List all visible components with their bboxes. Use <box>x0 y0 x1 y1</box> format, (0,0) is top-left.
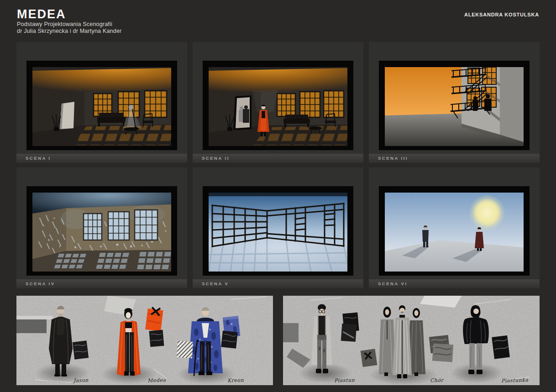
figure-chorus <box>379 305 425 378</box>
fabric-swatch-gray-2 <box>432 344 454 362</box>
scene-card-4: SCENA IV <box>16 167 187 288</box>
costume-panel-left: Jason Medea Kreon <box>16 296 273 385</box>
fabric-swatch-marked <box>361 349 378 367</box>
scene-4-art <box>32 193 171 272</box>
course-subtitle: Podstawy Projektowania Scenografii <box>17 21 121 28</box>
page-title: MEDEA <box>17 7 121 21</box>
window-light-floor <box>73 125 171 145</box>
costume-label-piastun: Piastun <box>334 377 355 384</box>
scene-caption-5: SCENA V <box>193 279 363 288</box>
scene-5-art <box>209 193 347 272</box>
scene-caption-3: SCENA III <box>369 154 540 163</box>
scene-caption-2: SCENA II <box>193 154 363 163</box>
costume-label-jason: Jason <box>73 377 89 383</box>
fabric-swatch-black-jason <box>73 340 89 359</box>
author-name: ALEKSANDRA KOSTULSKA <box>464 12 539 17</box>
fabric-swatch-black-kreon <box>221 330 238 348</box>
scene-card-1: SCENA I <box>16 42 187 163</box>
costume-label-piastunka: Piastunka <box>501 377 529 384</box>
presentation-board: MEDEA Podstawy Projektowania Scenografii… <box>0 0 556 392</box>
costume-panels: Jason Medea Kreon <box>16 296 540 385</box>
costume-label-kreon: Kreon <box>227 377 244 383</box>
costume-panel-right: Piastun Chór Piastunka <box>283 296 540 385</box>
scene-caption-1: SCENA I <box>16 154 187 163</box>
scene-label: SCENA III <box>378 156 408 161</box>
scene-6-art <box>385 193 524 272</box>
fabric-swatch-striped <box>177 341 193 358</box>
lecturers-line: dr Julia Skrzynecka i dr Martyna Kander <box>17 28 121 35</box>
scene-card-6: SCENA VI <box>369 167 540 288</box>
scene-card-2: SCENA II <box>193 42 363 163</box>
costume-sketch-left <box>16 296 273 385</box>
costume-sketch-right <box>283 296 540 385</box>
collage-dark-strip <box>16 319 47 333</box>
costume-label-chor: Chór <box>430 377 444 383</box>
fabric-swatch-black-medea <box>149 330 164 347</box>
scene-1-art <box>32 67 171 146</box>
fabric-swatch-orange <box>145 307 163 331</box>
scene-2-art <box>209 67 347 146</box>
scene-grid: SCENA I <box>16 42 540 288</box>
moon <box>473 199 501 227</box>
costume-label-medea: Medea <box>147 377 166 383</box>
scene-label: SCENA VI <box>378 281 408 286</box>
header: MEDEA Podstawy Projektowania Scenografii… <box>17 7 121 35</box>
scene-label: SCENA I <box>26 156 51 161</box>
collage-dark-strip <box>283 323 299 342</box>
scene-label: SCENA IV <box>26 281 55 286</box>
scene-card-5: SCENA V <box>193 167 363 288</box>
scene-3-art <box>385 67 524 146</box>
lamp-head <box>129 105 133 110</box>
scene-caption-6: SCENA VI <box>369 279 540 288</box>
mirror-with-figures <box>233 95 252 130</box>
fabric-swatch-black-piastunka <box>492 335 510 359</box>
scene-card-3: SCENA III <box>369 42 540 163</box>
scene-label: SCENA II <box>202 156 230 161</box>
fabric-swatch-black-piastun-2 <box>341 324 357 342</box>
scene-caption-4: SCENA IV <box>16 279 187 288</box>
scene-label: SCENA V <box>202 281 229 286</box>
building-side-wall <box>500 67 524 142</box>
